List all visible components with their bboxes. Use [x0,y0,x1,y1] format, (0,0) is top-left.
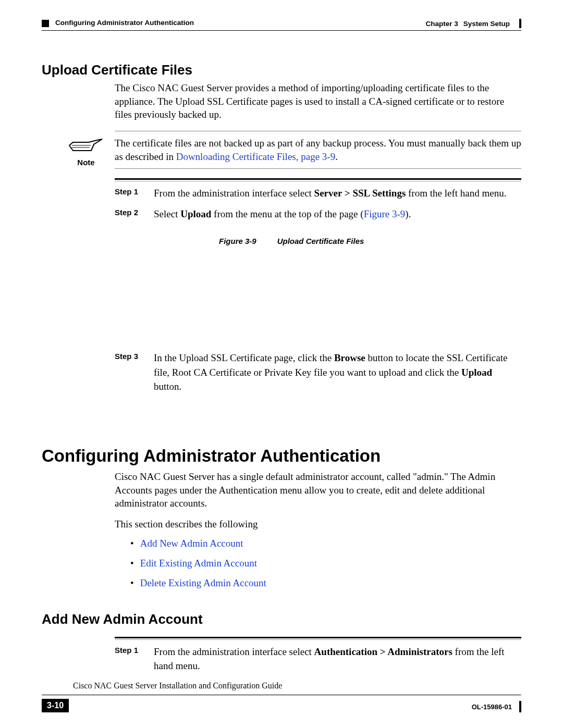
admin-auth-para2: This section describes the following [115,517,521,531]
header-rule [42,30,521,31]
add-admin-bold: Authentication > Administrators [314,646,452,657]
step-1: Step 1 From the administration interface… [115,186,521,201]
chapter-label: Chapter 3 [425,20,458,28]
steps-block-1: Step 1 From the administration interface… [115,178,521,394]
step-2-figure-link[interactable]: Figure 3-9 [364,208,406,219]
note-label: Note [68,158,104,167]
add-admin-text-a: From the administration interface select [154,646,314,657]
step-2: Step 2 Select Upload from the menu at th… [115,207,521,221]
step-1-add-admin-body: From the administration interface select… [154,645,521,673]
step-1-text-b: from the left hand menu. [406,188,506,199]
note-link[interactable]: Downloading Certificate Files, page 3-9 [176,151,336,162]
step-1-label: Step 1 [115,186,143,201]
step-2-body: Select Upload from the menu at the top o… [154,207,411,221]
admin-auth-para1: Cisco NAC Guest Server has a single defa… [115,470,521,510]
step-1-add-admin: Step 1 From the administration interface… [115,645,521,673]
header-bar-icon [519,19,521,28]
step-3-text-c: button. [154,381,181,392]
link-edit-admin[interactable]: Edit Existing Admin Account [140,558,257,569]
heading-upload-certificate-files: Upload Certificate Files [42,62,521,78]
step-3-bold-1: Browse [334,352,365,363]
step-3-bold-2: Upload [461,367,492,378]
step-3-text-a: In the Upload SSL Certificate page, clic… [154,352,334,363]
footer-bar-icon [519,701,521,712]
bullet-1: Add New Admin Account [130,534,521,553]
step-1-text-a: From the administration interface select [154,188,314,199]
link-add-admin[interactable]: Add New Admin Account [140,538,243,549]
figure-placeholder [115,245,521,344]
bullet-2: Edit Existing Admin Account [130,554,521,573]
bullet-3: Delete Existing Admin Account [130,574,521,593]
note-text-b: . [335,151,338,162]
figure-number: Figure 3-9 [219,237,256,245]
doc-id: OL-15986-01 [472,703,512,711]
steps-rule-icon-2 [115,637,521,638]
step-2-text-a: Select [154,208,180,219]
header-marker-icon [42,20,49,27]
steps-block-2: Step 1 From the administration interface… [115,637,521,673]
note-block: Note The certificate files are not backe… [115,131,521,169]
page-footer: Cisco NAC Guest Server Installation and … [42,679,521,712]
link-delete-admin[interactable]: Delete Existing Admin Account [140,577,266,588]
step-2-text-b: from the menu at the top of the page ( [211,208,363,219]
figure-caption: Figure 3-9Upload Certificate Files [219,237,521,245]
step-1-add-admin-label: Step 1 [115,645,143,673]
step-3: Step 3 In the Upload SSL Certificate pag… [115,351,521,394]
chapter-title: System Setup [463,20,510,28]
step-1-body: From the administration interface select… [154,186,506,201]
note-text: The certificate files are not backed up … [115,131,521,168]
step-3-body: In the Upload SSL Certificate page, clic… [154,351,521,394]
figure-title: Upload Certificate Files [277,237,364,245]
step-3-label: Step 3 [115,351,143,394]
heading-configure-admin-auth: Configuring Administrator Authentication [42,446,521,466]
step-1-bold: Server > SSL Settings [314,188,406,199]
upload-intro-paragraph: The Cisco NAC Guest Server provides a me… [115,81,521,121]
footer-guide-title: Cisco NAC Guest Server Installation and … [73,679,282,690]
step-2-label: Step 2 [115,207,143,221]
step-2-text-c: ). [405,208,411,219]
heading-add-new-admin: Add New Admin Account [42,611,521,627]
page-header: Configuring Administrator Authentication… [42,19,521,28]
page-number-badge: 3-10 [42,699,69,712]
header-section-title: Configuring Administrator Authentication [55,19,194,27]
steps-rule-icon [115,178,521,180]
note-icon: Note [68,136,104,167]
step-2-bold: Upload [180,208,211,219]
